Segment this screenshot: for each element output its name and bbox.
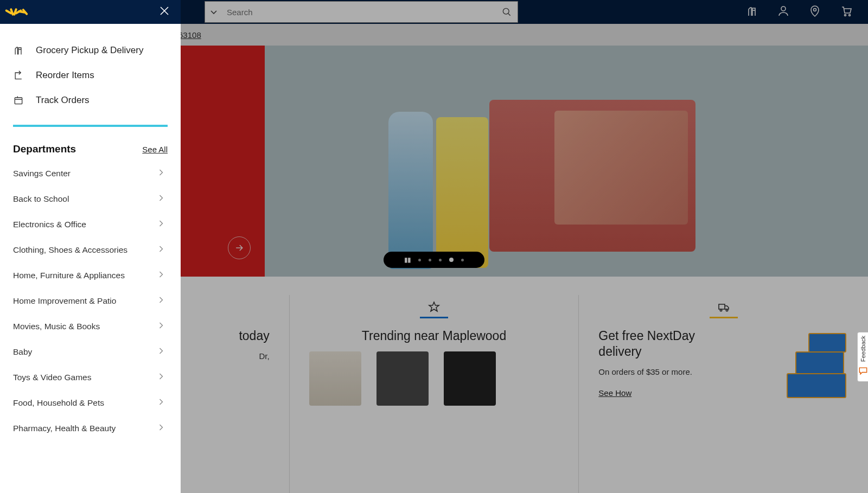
sidenav-dept-label: Back to School: [13, 194, 69, 204]
sidenav-item-label: Reorder Items: [36, 70, 94, 81]
sidenav-dept-item[interactable]: Electronics & Office: [13, 212, 176, 237]
chevron-right-icon: [156, 269, 167, 282]
sidenav-item-grocery[interactable]: Grocery Pickup & Delivery: [13, 38, 168, 63]
sidenav-dept-item[interactable]: Home, Furniture & Appliances: [13, 262, 176, 288]
grocery-bag-icon: [13, 45, 24, 56]
sidenav-quicklinks: Grocery Pickup & Delivery Reorder Items …: [0, 24, 181, 113]
sidenav-dept-label: Clothing, Shoes & Accessories: [13, 245, 127, 255]
chevron-right-icon: [156, 218, 167, 231]
chevron-right-icon: [156, 294, 167, 308]
sidenav-dept-label: Home, Furniture & Appliances: [13, 271, 125, 280]
sidenav-item-label: Grocery Pickup & Delivery: [36, 45, 143, 56]
sidenav-dept-label: Baby: [13, 347, 32, 357]
sidenav-dept-label: Savings Center: [13, 169, 71, 178]
sidenav-dept-item[interactable]: Home Improvement & Patio: [13, 288, 176, 313]
sidenav-close-button[interactable]: [158, 4, 171, 20]
sidenav-dept-label: Food, Household & Pets: [13, 398, 104, 408]
close-icon: [158, 4, 171, 17]
reorder-icon: [13, 70, 24, 81]
sidenav-dept-label: Movies, Music & Books: [13, 322, 100, 331]
walmart-spark-logo[interactable]: [8, 8, 26, 16]
sidenav-dept-label: Electronics & Office: [13, 220, 86, 229]
sidenav-dept-item[interactable]: Movies, Music & Books: [13, 313, 176, 339]
sidenav-dept-heading: Departments: [13, 143, 76, 155]
sidenav-dept-label: Pharmacy, Health & Beauty: [13, 424, 116, 433]
sidenav-flyout: Grocery Pickup & Delivery Reorder Items …: [0, 0, 181, 449]
chevron-right-icon: [156, 371, 167, 384]
chevron-right-icon: [156, 422, 167, 435]
sidenav-dept-header: Departments See All: [0, 127, 181, 158]
sidenav-item-track[interactable]: Track Orders: [13, 88, 168, 113]
package-icon: [13, 95, 24, 106]
chevron-right-icon: [156, 193, 167, 206]
sidenav-dept-label: Home Improvement & Patio: [13, 296, 116, 306]
sidenav-dept-list: Savings CenterBack to SchoolElectronics …: [0, 158, 181, 441]
sidenav-see-all-link[interactable]: See All: [142, 145, 168, 154]
sidenav-item-reorder[interactable]: Reorder Items: [13, 63, 168, 88]
svg-rect-7: [15, 98, 22, 104]
sidenav-item-label: Track Orders: [36, 95, 90, 106]
sidenav-dept-item[interactable]: Savings Center: [13, 161, 176, 186]
sidenav-dept-item[interactable]: Pharmacy, Health & Beauty: [13, 415, 176, 441]
chevron-right-icon: [156, 320, 167, 333]
chevron-right-icon: [156, 396, 167, 409]
chevron-right-icon: [156, 345, 167, 358]
sidenav-dept-item[interactable]: Baby: [13, 339, 176, 364]
chevron-right-icon: [156, 244, 167, 257]
sidenav-dept-item[interactable]: Clothing, Shoes & Accessories: [13, 237, 176, 262]
sidenav-dept-item[interactable]: Toys & Video Games: [13, 364, 176, 390]
sidenav-dept-item[interactable]: Back to School: [13, 186, 176, 212]
chevron-right-icon: [156, 167, 167, 180]
sidenav-dept-label: Toys & Video Games: [13, 373, 91, 382]
sidenav-header: [0, 0, 181, 24]
sidenav-dept-item[interactable]: Food, Household & Pets: [13, 390, 176, 415]
